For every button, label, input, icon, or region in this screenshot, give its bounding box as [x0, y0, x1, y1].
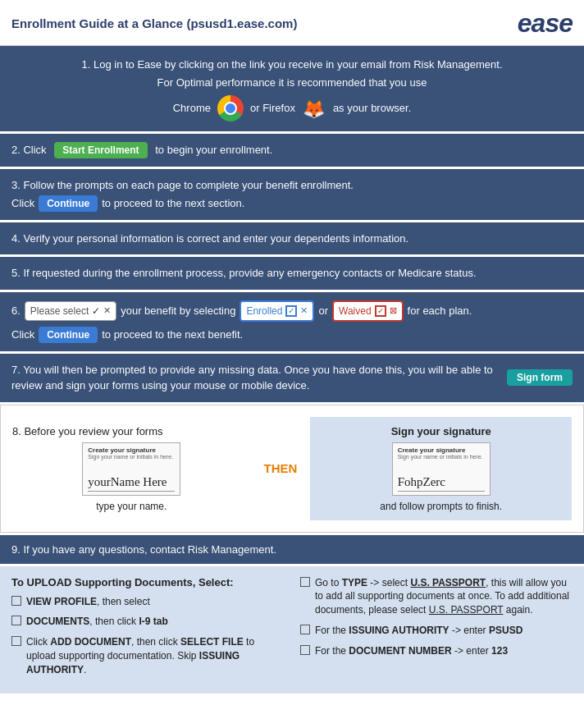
step6-or: or [318, 303, 328, 319]
step8-right-sub: and follow prompts to finish. [380, 501, 502, 512]
waived-badge[interactable]: Waived ✓ ⊠ [332, 300, 404, 322]
ur3-docnum: DOCUMENT NUMBER [349, 645, 451, 657]
step8-prefix: 8. Before you review your forms [12, 425, 163, 437]
please-select-dropdown[interactable]: Please select ✓ ✕ [25, 301, 116, 321]
step-1: 1. Log in to Ease by clicking on the lin… [0, 46, 584, 131]
upload-right-item-3: For the DOCUMENT NUMBER -> enter 123 [300, 644, 573, 658]
step-3: 3. Follow the prompts on each page to co… [0, 169, 584, 220]
upload-item-2: DOCUMENTS, then click I-9 tab [11, 615, 284, 629]
enrolled-checkbox: ✓ [285, 305, 297, 317]
upload-item-3: Click ADD DOCUMENT, then click SELECT FI… [11, 635, 284, 676]
step1-chrome-label: Chrome [173, 99, 211, 117]
step8-right-sig-instruction2: Sign your name or initials in here. [398, 454, 485, 460]
upload-item-1: VIEW PROFILE, then select [11, 595, 284, 609]
step3-text3: to proceed to the next section. [102, 195, 244, 212]
step6-mid1: your benefit by selecting [121, 303, 235, 319]
step3-text1: 3. Follow the prompts on each page to co… [11, 177, 573, 194]
step-5: 5. If requested during the enrollment pr… [0, 257, 584, 290]
step1-firefox-label: or Firefox [250, 99, 295, 117]
enrolled-badge[interactable]: Enrolled ✓ ✕ [240, 300, 314, 322]
enrolled-x-icon[interactable]: ✕ [300, 304, 308, 318]
page-title: Enrollment Guide at a Glance (psusd1.eas… [11, 16, 297, 30]
ease-logo: ease [518, 8, 573, 39]
upload-right-checkbox-3[interactable] [300, 645, 310, 655]
continue-button-step3[interactable]: Continue [39, 195, 98, 212]
step6-text2: Click [11, 327, 34, 343]
step6-suffix: for each plan. [408, 303, 472, 319]
ur2-psusd: PSUSD [489, 625, 522, 636]
upload-item2-bold2: I-9 tab [139, 616, 167, 627]
step-9: 9. If you have any questions, contact Ri… [0, 535, 584, 564]
step-4: 4. Verify your personal information is c… [0, 222, 584, 255]
step8-then-label: THEN [264, 461, 298, 475]
upload-checkbox-2[interactable] [11, 616, 21, 625]
step2-prefix: 2. Click [11, 144, 47, 156]
step6-text3: to proceed to the next benefit. [102, 327, 243, 343]
upload-right-item-2: For the ISSUING AUTHORITY -> enter PSUSD [300, 624, 573, 638]
step8-sig-script-right: FohpZerc [398, 474, 485, 492]
step8-right-title: Sign your signature [391, 425, 491, 437]
step3-text2: Click [11, 195, 34, 212]
upload-section: To UPLOAD Supporting Documents, Select: … [0, 566, 584, 694]
upload-item3-bold2: SELECT FILE [180, 636, 244, 648]
ur1-passport: U.S. PASSPORT [410, 577, 486, 588]
upload-item1-bold: VIEW PROFILE [26, 596, 97, 607]
chrome-icon [217, 95, 244, 121]
step-7: 7. You will then be prompted to provide … [0, 354, 584, 402]
enrolled-label: Enrolled [246, 304, 282, 318]
ur1-passport2: U.S. PASSPORT [429, 604, 504, 616]
step-6: 6. Please select ✓ ✕ your benefit by sel… [0, 292, 584, 351]
step8-sig-instruction2: Sign your name or initials in here. [88, 454, 175, 460]
upload-checkbox-1[interactable] [11, 596, 21, 606]
upload-item3-bold3: ISSUING AUTHORITY [26, 650, 240, 675]
step6-prefix: 6. [11, 303, 21, 319]
firefox-icon: 🦊 [302, 96, 326, 121]
upload-right: Go to TYPE -> select U.S. PASSPORT, this… [300, 576, 573, 684]
waived-label: Waived [339, 304, 372, 318]
step8-sig-box-left: Create your signature Sign your name or … [82, 442, 180, 496]
continue-button-step6[interactable]: Continue [39, 327, 98, 343]
step8-sig-script-left: yourName Here [88, 474, 175, 492]
start-enrollment-button[interactable]: Start Enrollment [54, 142, 147, 158]
step1-browser-suffix: as your browser. [333, 99, 411, 117]
upload-right-checkbox-2[interactable] [300, 625, 310, 634]
step1-text1: 1. Log in to Ease by clicking on the lin… [11, 56, 573, 74]
step7-text: 7. You will then be prompted to provide … [11, 362, 500, 394]
step4-text: 4. Verify your personal information is c… [11, 232, 408, 245]
step-2: 2. Click Start Enrollment to begin your … [0, 134, 584, 167]
step1-text2: For Optimal performance it is recommende… [11, 74, 573, 92]
upload-item3-bold1: ADD DOCUMENT [50, 636, 131, 648]
ur2-issuing: ISSUING AUTHORITY [349, 625, 449, 636]
page-header: Enrollment Guide at a Glance (psusd1.eas… [0, 0, 584, 46]
step8-sig-box-right: Create your signature Sign your name or … [392, 442, 490, 496]
step-8-container: 8. Before you review your forms Create y… [0, 405, 584, 533]
step9-text: 9. If you have any questions, contact Ri… [11, 543, 276, 556]
step8-right-sig-instruction1: Create your signature [398, 446, 485, 454]
waived-x-icon[interactable]: ⊠ [390, 304, 397, 318]
upload-checkbox-3[interactable] [11, 636, 21, 646]
dropdown-label: Please select [30, 304, 89, 318]
upload-left: To UPLOAD Supporting Documents, Select: … [11, 576, 284, 684]
step8-right-block: Sign your signature Create your signatur… [310, 417, 572, 520]
upload-item2-bold: DOCUMENTS [26, 616, 89, 627]
step8-right-sig-text: FohpZerc [398, 475, 445, 489]
waived-checkbox: ✓ [375, 305, 386, 317]
upload-right-item-1: Go to TYPE -> select U.S. PASSPORT, this… [300, 576, 573, 617]
step2-suffix: to begin your enrollment. [155, 144, 272, 156]
step8-type-label: type your name. [96, 501, 167, 512]
ur1-type: TYPE [342, 577, 367, 588]
upload-right-checkbox-1[interactable] [300, 577, 310, 587]
step8-sig-text: yourName Here [88, 475, 167, 489]
upload-title: To UPLOAD Supporting Documents, Select: [11, 576, 284, 588]
ur3-123: 123 [491, 645, 508, 657]
sign-form-button[interactable]: Sign form [507, 369, 573, 386]
step5-text: 5. If requested during the enrollment pr… [11, 267, 477, 279]
dropdown-check-icon: ✓ [92, 304, 100, 318]
step8-sig-instruction1: Create your signature [88, 446, 175, 454]
dropdown-x-icon[interactable]: ✕ [103, 304, 111, 318]
